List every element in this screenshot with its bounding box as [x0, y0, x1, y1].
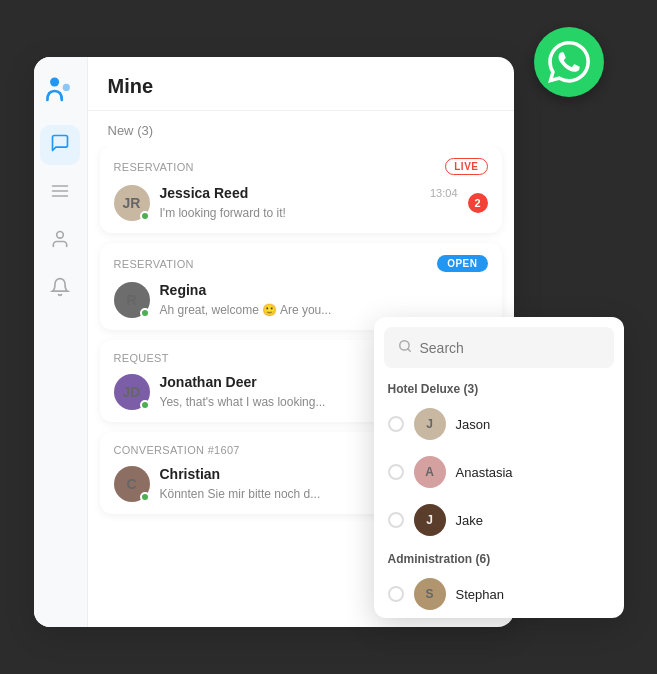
whatsapp-svg [548, 41, 590, 83]
conv-card-header-2: Reservation OPEN [114, 255, 488, 272]
dropdown-panel: Hotel Deluxe (3) J Jason A Anastasia J J… [374, 317, 624, 618]
conv-type-label: Reservation [114, 161, 194, 173]
section-new-label: New (3) [88, 111, 514, 146]
online-indicator [140, 211, 150, 221]
chat-icon [50, 133, 70, 158]
conv-name-4: Christian [160, 466, 221, 482]
page-title: Mine [108, 75, 154, 97]
conv-message-4: Könnten Sie mir bitte noch d... [160, 487, 321, 501]
svg-point-0 [50, 78, 59, 87]
sidebar [34, 57, 88, 627]
avatar-wrap-2: R [114, 282, 150, 318]
person-name-jason: Jason [456, 417, 491, 432]
radio-anastasia[interactable] [388, 464, 404, 480]
conv-name-row: Jessica Reed 13:04 [160, 185, 458, 201]
radio-jake[interactable] [388, 512, 404, 528]
conv-message-2: Ah great, welcome 🙂 Are you... [160, 303, 332, 317]
group-label-admin: Administration (6) [374, 544, 624, 570]
svg-line-7 [407, 349, 410, 352]
logo-svg [42, 73, 78, 109]
conv-name-3: Jonathan Deer [160, 374, 257, 390]
avatar-stephan-dropdown: S [414, 578, 446, 610]
live-badge: LIVE [445, 158, 487, 175]
conv-info-2: Regina Ah great, welcome 🙂 Are you... [160, 282, 488, 318]
svg-point-1 [63, 84, 70, 91]
avatar-jason-dropdown: J [414, 408, 446, 440]
conv-name: Jessica Reed [160, 185, 249, 201]
conv-type-label-4: Conversation #1607 [114, 444, 240, 456]
scene: Mine New (3) Reservation LIVE JR [34, 27, 624, 647]
radio-stephan[interactable] [388, 586, 404, 602]
person-item-anastasia[interactable]: A Anastasia [374, 448, 624, 496]
avatar-wrap-3: JD [114, 374, 150, 410]
conv-message-3: Yes, that's what I was looking... [160, 395, 326, 409]
sidebar-item-notifications[interactable] [40, 269, 80, 309]
conv-body: JR Jessica Reed 13:04 I'm looking forwar… [114, 185, 488, 221]
online-indicator-2 [140, 308, 150, 318]
online-indicator-4 [140, 492, 150, 502]
person-item-jake[interactable]: J Jake [374, 496, 624, 544]
radio-jason[interactable] [388, 416, 404, 432]
conversation-card-jessica[interactable]: Reservation LIVE JR Jessica Reed 13:04 [100, 146, 502, 233]
avatar-jake-dropdown: J [414, 504, 446, 536]
avatar-wrap-4: C [114, 466, 150, 502]
conv-type-label-3: Request [114, 352, 169, 364]
conv-card-header: Reservation LIVE [114, 158, 488, 175]
list-icon [50, 181, 70, 206]
online-indicator-3 [140, 400, 150, 410]
conv-name-2: Regina [160, 282, 207, 298]
header: Mine [88, 57, 514, 111]
sidebar-item-list[interactable] [40, 173, 80, 213]
svg-point-5 [57, 231, 64, 238]
search-icon [398, 339, 412, 356]
person-item-stephan[interactable]: S Stephan [374, 570, 624, 618]
conv-body-2: R Regina Ah great, welcome 🙂 Are you... [114, 282, 488, 318]
search-box[interactable] [384, 327, 614, 368]
contacts-icon [50, 229, 70, 254]
person-item-jason[interactable]: J Jason [374, 400, 624, 448]
person-name-jake: Jake [456, 513, 483, 528]
open-badge: OPEN [437, 255, 487, 272]
conv-info: Jessica Reed 13:04 I'm looking forward t… [160, 185, 458, 221]
conv-type-label-2: Reservation [114, 258, 194, 270]
conv-name-row-2: Regina [160, 282, 488, 298]
person-name-anastasia: Anastasia [456, 465, 513, 480]
search-input[interactable] [420, 340, 600, 356]
unread-count: 2 [468, 193, 488, 213]
sidebar-item-contacts[interactable] [40, 221, 80, 261]
notifications-icon [50, 277, 70, 302]
whatsapp-icon[interactable] [534, 27, 604, 97]
logo [42, 73, 78, 109]
group-label-hotel: Hotel Deluxe (3) [374, 374, 624, 400]
sidebar-item-chat[interactable] [40, 125, 80, 165]
conv-time: 13:04 [430, 187, 458, 199]
avatar-wrap: JR [114, 185, 150, 221]
conv-message: I'm looking forward to it! [160, 206, 286, 220]
person-name-stephan: Stephan [456, 587, 504, 602]
avatar-anastasia-dropdown: A [414, 456, 446, 488]
